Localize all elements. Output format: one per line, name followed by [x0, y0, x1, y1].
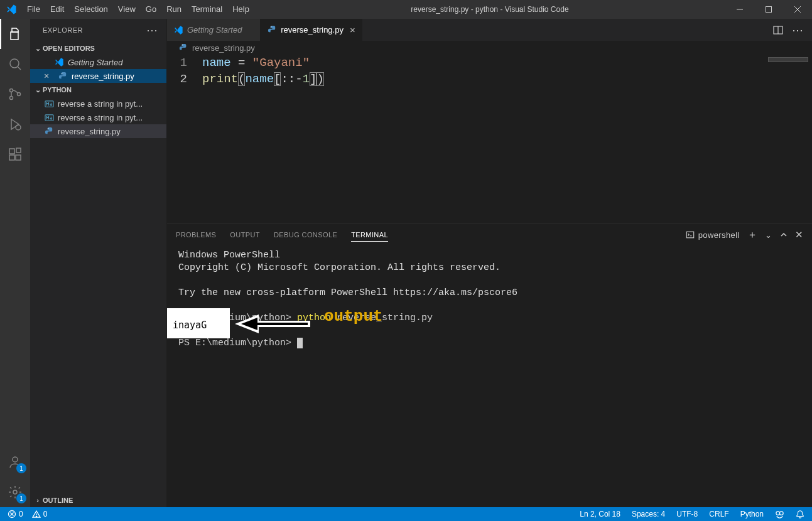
sidebar-title: EXPLORER	[43, 26, 83, 34]
svg-line-5	[18, 67, 21, 70]
code-line[interactable]: 1name = "Gayani"	[167, 55, 812, 71]
svg-point-16	[61, 73, 62, 74]
file-tree-item[interactable]: reverse a string in pyt...	[30, 97, 166, 110]
open-editors-section-header[interactable]: ⌄ OPEN EDITORS	[30, 41, 166, 55]
terminal-body[interactable]: Windows PowerShellCopyright (C) Microsof…	[167, 245, 812, 507]
open-editor-item[interactable]: ×reverse_string.py	[30, 69, 166, 83]
svg-rect-27	[257, 323, 308, 325]
python-icon	[44, 126, 54, 136]
warning-count: 0	[43, 510, 48, 518]
status-item[interactable]: Spaces: 4	[629, 507, 668, 521]
run-debug-activity[interactable]	[0, 109, 30, 139]
svg-point-20	[271, 26, 272, 28]
menu-selection[interactable]: Selection	[69, 0, 112, 19]
svg-point-23	[182, 45, 183, 45]
svg-rect-12	[16, 155, 21, 160]
panel-tab-output[interactable]: OUTPUT	[230, 228, 260, 241]
split-editor-icon[interactable]	[773, 25, 783, 35]
svg-point-34	[776, 511, 780, 515]
extensions-activity[interactable]	[0, 139, 30, 169]
file-label: Getting Started	[68, 58, 122, 67]
terminal-line: Try the new cross-platform PowerShell ht…	[178, 287, 801, 299]
search-activity[interactable]	[0, 49, 30, 79]
status-errors[interactable]: 0	[5, 507, 26, 521]
maximize-button[interactable]	[754, 0, 783, 19]
annotation-output-box: XX inayaG	[167, 308, 230, 338]
status-bar: 0 0 Ln 2, Col 18Spaces: 4UTF-8CRLFPython	[0, 507, 812, 521]
python-icon	[178, 43, 188, 53]
svg-point-4	[10, 59, 19, 68]
close-icon[interactable]: ×	[350, 24, 355, 35]
panel-tab-problems[interactable]: PROBLEMS	[176, 228, 216, 241]
accounts-activity[interactable]: 1	[0, 447, 30, 477]
svg-point-8	[18, 93, 21, 96]
settings-activity[interactable]: 1	[0, 477, 30, 507]
menu-run[interactable]: Run	[161, 0, 187, 19]
svg-point-7	[10, 97, 13, 100]
explorer-activity[interactable]	[0, 19, 30, 49]
chevron-right-icon: ›	[33, 497, 43, 504]
menu-terminal[interactable]: Terminal	[187, 0, 227, 19]
line-number: 1	[167, 56, 202, 70]
settings-badge: 1	[16, 493, 26, 503]
terminal-dropdown-icon[interactable]: ⌄	[765, 230, 772, 240]
panel-tab-debug-console[interactable]: DEBUG CONSOLE	[274, 228, 337, 241]
open-editor-item[interactable]: Getting Started	[30, 55, 166, 69]
maximize-panel-icon[interactable]	[780, 231, 788, 239]
file-tree-item[interactable]: reverse_string.py	[30, 124, 166, 138]
status-bell[interactable]	[793, 507, 807, 521]
svg-point-6	[10, 89, 13, 92]
svg-point-15	[13, 490, 17, 494]
menu-go[interactable]: Go	[141, 0, 161, 19]
editor-tab[interactable]: Getting Started×	[167, 19, 261, 41]
close-icon[interactable]: ×	[41, 71, 51, 81]
svg-point-33	[36, 516, 36, 517]
editor-tab[interactable]: reverse_string.py×	[261, 19, 362, 41]
open-editors-label: OPEN EDITORS	[43, 45, 95, 52]
line-number: 2	[167, 72, 202, 86]
close-button[interactable]	[783, 0, 812, 19]
title-bar: FileEditSelectionViewGoRunTerminalHelp r…	[0, 0, 812, 19]
status-item[interactable]: UTF-8	[674, 507, 700, 521]
minimize-button[interactable]	[725, 0, 754, 19]
outline-label: OUTLINE	[43, 497, 73, 504]
python-icon	[58, 71, 68, 81]
menu-help[interactable]: Help	[227, 0, 254, 19]
terminal-line	[178, 299, 801, 312]
status-item[interactable]: Ln 2, Col 18	[577, 507, 623, 521]
terminal-shell-selector[interactable]: powershell	[686, 230, 740, 240]
svg-point-19	[47, 128, 48, 129]
new-terminal-icon[interactable]: ＋	[747, 228, 757, 242]
code-editor[interactable]: 1name = "Gayani"2print(name[::-1])	[167, 55, 812, 223]
editor-area: Getting Started×reverse_string.py× ⋯ rev…	[167, 19, 812, 507]
sidebar-header: EXPLORER ⋯	[30, 19, 166, 41]
panel-tab-terminal[interactable]: TERMINAL	[351, 228, 388, 242]
file-tree-item[interactable]: reverse a string in pyt...	[30, 110, 166, 124]
menu-file[interactable]: File	[22, 0, 45, 19]
status-feedback[interactable]	[772, 507, 787, 521]
annotation-output-text: inayaG	[173, 320, 207, 331]
file-label: reverse_string.py	[72, 72, 134, 81]
svg-point-35	[780, 511, 784, 515]
more-actions-icon[interactable]: ⋯	[792, 23, 804, 37]
tab-label: reverse_string.py	[281, 25, 344, 35]
markdown-icon	[44, 99, 54, 109]
tab-label: Getting Started	[187, 25, 242, 35]
menu-edit[interactable]: Edit	[45, 0, 69, 19]
explorer-sidebar: EXPLORER ⋯ ⌄ OPEN EDITORS Getting Starte…	[30, 19, 167, 507]
close-panel-icon[interactable]: ✕	[795, 229, 803, 240]
status-item[interactable]: Python	[738, 507, 766, 521]
code-line[interactable]: 2print(name[::-1])	[167, 71, 812, 87]
menu-view[interactable]: View	[113, 0, 141, 19]
breadcrumbs[interactable]: reverse_string.py	[167, 41, 812, 55]
status-item[interactable]: CRLF	[706, 507, 731, 521]
python-icon	[267, 25, 277, 35]
source-control-activity[interactable]	[0, 79, 30, 109]
folder-section-header[interactable]: ⌄ PYTHON	[30, 83, 166, 97]
window-title: reverse_string.py - python - Visual Stud…	[254, 5, 725, 14]
sidebar-more-icon[interactable]: ⋯	[146, 23, 159, 37]
outline-section-header[interactable]: › OUTLINE	[30, 493, 166, 507]
svg-rect-13	[16, 148, 21, 153]
status-warnings[interactable]: 0	[30, 507, 50, 521]
minimap[interactable]	[768, 57, 808, 62]
